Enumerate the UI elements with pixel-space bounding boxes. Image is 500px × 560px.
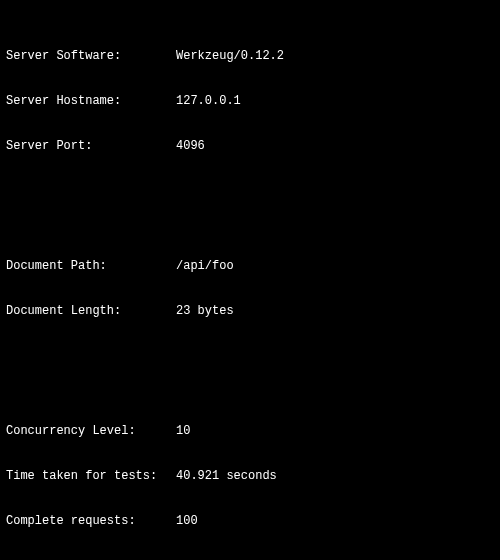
label-time-taken: Time taken for tests: bbox=[6, 469, 176, 484]
row-document-path: Document Path:/api/foo bbox=[6, 259, 494, 274]
value-document-path: /api/foo bbox=[176, 259, 234, 274]
row-document-length: Document Length:23 bytes bbox=[6, 304, 494, 319]
label-server-hostname: Server Hostname: bbox=[6, 94, 176, 109]
label-server-port: Server Port: bbox=[6, 139, 176, 154]
value-complete-requests: 100 bbox=[176, 514, 198, 529]
row-server-port: Server Port:4096 bbox=[6, 139, 494, 154]
row-concurrency: Concurrency Level:10 bbox=[6, 424, 494, 439]
terminal-output: Server Software:Werkzeug/0.12.2 Server H… bbox=[0, 0, 500, 560]
label-concurrency: Concurrency Level: bbox=[6, 424, 176, 439]
label-document-path: Document Path: bbox=[6, 259, 176, 274]
value-time-taken: 40.921 seconds bbox=[176, 469, 277, 484]
blank-line bbox=[6, 199, 494, 214]
row-complete-requests: Complete requests:100 bbox=[6, 514, 494, 529]
value-server-software: Werkzeug/0.12.2 bbox=[176, 49, 284, 64]
value-server-hostname: 127.0.0.1 bbox=[176, 94, 241, 109]
label-server-software: Server Software: bbox=[6, 49, 176, 64]
row-server-hostname: Server Hostname:127.0.0.1 bbox=[6, 94, 494, 109]
value-server-port: 4096 bbox=[176, 139, 205, 154]
value-document-length: 23 bytes bbox=[176, 304, 234, 319]
label-complete-requests: Complete requests: bbox=[6, 514, 176, 529]
row-time-taken: Time taken for tests:40.921 seconds bbox=[6, 469, 494, 484]
value-concurrency: 10 bbox=[176, 424, 190, 439]
blank-line bbox=[6, 364, 494, 379]
label-document-length: Document Length: bbox=[6, 304, 176, 319]
row-server-software: Server Software:Werkzeug/0.12.2 bbox=[6, 49, 494, 64]
